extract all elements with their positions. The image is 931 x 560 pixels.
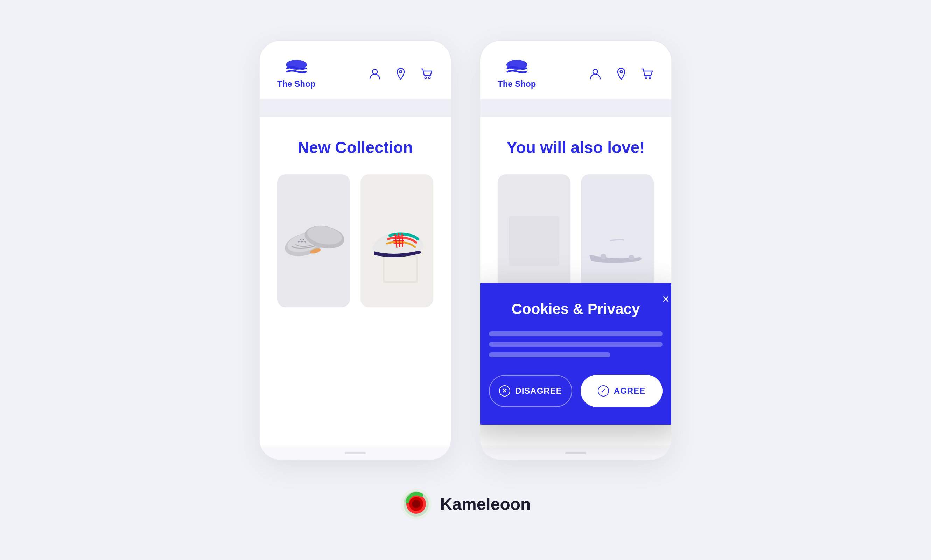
- svg-point-3: [425, 77, 427, 78]
- phones-row: The Shop: [259, 40, 672, 460]
- kameleoon-name: Kameleoon: [440, 495, 531, 514]
- right-logo-icon: [505, 58, 529, 78]
- branding-section: Kameleoon: [400, 488, 531, 520]
- left-user-icon[interactable]: [368, 67, 382, 80]
- right-nav-strip: [480, 99, 671, 117]
- agree-icon: ✓: [598, 385, 609, 397]
- right-section-title: You will also love!: [498, 138, 654, 157]
- modal-buttons: ✕ DISAGREE ✓ AGREE: [489, 375, 663, 407]
- svg-point-4: [429, 77, 431, 78]
- right-bottom-bar: [480, 446, 671, 460]
- main-container: The Shop: [0, 40, 931, 520]
- left-phone: The Shop: [259, 40, 451, 460]
- left-nav-strip: [260, 99, 451, 117]
- modal-text-line-1: [489, 331, 663, 336]
- left-bottom-bar: [260, 446, 451, 460]
- disagree-icon: ✕: [499, 385, 510, 397]
- modal-text-line-3: [489, 352, 610, 357]
- right-logo: The Shop: [498, 58, 536, 89]
- left-cart-icon[interactable]: [420, 67, 433, 80]
- cookie-modal: × Cookies & Privacy ✕ DISAGREE ✓ AGREE: [480, 283, 672, 425]
- svg-rect-11: [385, 257, 416, 281]
- agree-button[interactable]: ✓ AGREE: [581, 375, 663, 407]
- left-logo-text: The Shop: [277, 79, 315, 89]
- left-header-icons: [368, 67, 433, 80]
- left-logo: The Shop: [277, 58, 315, 89]
- product-card-1[interactable]: [277, 174, 350, 307]
- agree-label: AGREE: [614, 386, 645, 396]
- disagree-label: DISAGREE: [515, 386, 562, 396]
- left-section-title: New Collection: [277, 138, 433, 157]
- modal-close-button[interactable]: ×: [662, 293, 669, 306]
- right-logo-text: The Shop: [498, 79, 536, 89]
- modal-title: Cookies & Privacy: [489, 301, 663, 317]
- svg-point-19: [629, 255, 634, 260]
- svg-point-18: [600, 254, 606, 259]
- left-location-icon[interactable]: [394, 67, 408, 80]
- svg-point-24: [412, 500, 420, 508]
- modal-text-line-2: [489, 342, 663, 347]
- kameleoon-logo-icon: [400, 488, 432, 520]
- left-products-grid: [277, 174, 433, 307]
- svg-point-16: [649, 77, 651, 78]
- svg-point-2: [400, 70, 402, 73]
- right-user-icon[interactable]: [589, 67, 602, 80]
- modal-text-lines: [489, 331, 663, 357]
- right-cart-icon[interactable]: [640, 67, 654, 80]
- left-bottom-dot: [345, 452, 366, 454]
- right-location-icon[interactable]: [615, 67, 628, 80]
- right-header-icons: [589, 67, 654, 80]
- product-card-2[interactable]: [360, 174, 433, 307]
- svg-point-14: [620, 70, 623, 73]
- left-logo-icon: [284, 58, 309, 78]
- svg-point-15: [645, 77, 647, 78]
- right-phone: The Shop: [480, 40, 672, 460]
- svg-rect-17: [509, 215, 559, 266]
- right-bottom-dot: [565, 452, 586, 454]
- shoe-colorful-icon: [362, 188, 432, 293]
- svg-point-13: [593, 69, 598, 74]
- right-shoe-icon-1: [503, 209, 566, 272]
- left-phone-content: New Collection: [260, 117, 451, 446]
- disagree-button[interactable]: ✕ DISAGREE: [489, 375, 572, 407]
- svg-point-1: [372, 69, 377, 74]
- shoe-gray-icon: [277, 206, 350, 276]
- right-phone-header: The Shop: [480, 41, 671, 99]
- left-phone-header: The Shop: [260, 41, 451, 99]
- right-shoe-icon-2: [582, 202, 652, 279]
